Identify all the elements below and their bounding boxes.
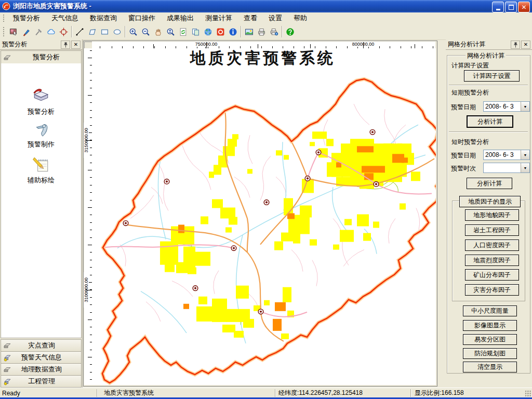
bar-geo-data-query[interactable]: 地理数据查询	[1, 363, 82, 376]
map-basemap-layer	[117, 104, 425, 343]
status-coordinates: 经纬度:114.226457,28.125418	[278, 389, 363, 397]
paint-icon[interactable]	[20, 25, 32, 38]
short-term-date-label: 预警日期	[451, 103, 476, 112]
scanner-icon	[3, 53, 11, 61]
map-title: 地质灾害预警系统	[189, 49, 336, 67]
geotech-factor-button[interactable]: 岩土工程因子	[465, 224, 519, 236]
restore-button[interactable]	[505, 2, 517, 12]
clear-display-button[interactable]: 清空显示	[463, 362, 517, 373]
short-time-legend: 短时预警分析	[450, 138, 490, 147]
restore-icon	[509, 5, 514, 10]
cloud-icon[interactable]	[45, 25, 57, 38]
short-time-times-combo[interactable]: ▼	[483, 163, 530, 173]
zoom-out-icon[interactable]	[139, 25, 152, 38]
bar-project-management[interactable]: 工程管理	[1, 375, 82, 388]
calc-factor-settings-button[interactable]: 计算因子设置	[464, 70, 520, 82]
map-ruler-horizontal: 750000.00 800000.00	[92, 42, 435, 49]
rectangle-icon[interactable]	[98, 25, 111, 38]
hammer-icon[interactable]	[32, 25, 45, 38]
bar-disaster-point-query[interactable]: 灾点查询	[1, 339, 82, 352]
line-icon[interactable]	[73, 25, 86, 38]
rainfall-button[interactable]: 中小尺度雨量	[463, 305, 517, 316]
bar-label: 灾点查询	[11, 341, 72, 350]
short-term-date-combo[interactable]: 2008- 6- 3 ▼	[483, 101, 530, 112]
map-document: 750000.00 800000.00 3150000.00 3100000.0…	[83, 41, 437, 387]
polygon-icon[interactable]	[86, 25, 98, 38]
prevention-plan-button[interactable]: 防治规划图	[463, 348, 517, 359]
list-item-warning-analysis[interactable]: 预警分析	[1, 87, 81, 116]
resize-grip[interactable]	[525, 390, 531, 397]
short-time-analyze-button[interactable]: 分析计算	[467, 178, 512, 189]
menu-weather-info[interactable]: 天气信息	[46, 12, 84, 24]
menu-result-output[interactable]: 成果输出	[161, 12, 200, 24]
left-panel-header-label: 预警分析	[11, 52, 81, 62]
chevron-down-icon[interactable]: ▼	[521, 102, 529, 111]
chevron-down-icon[interactable]: ▼	[521, 150, 529, 159]
list-item-aux-plotting[interactable]: 辅助标绘	[1, 156, 81, 185]
warning-analysis-panel: 预警分析 ✕ 预警分析 预警分析 预警制作	[0, 39, 83, 388]
menu-warning-analysis[interactable]: 预警分析	[7, 12, 46, 24]
print-icon[interactable]	[255, 25, 268, 38]
population-factor-button[interactable]: 人口密度因子	[465, 240, 519, 251]
menu-window-ops[interactable]: 窗口操作	[123, 12, 161, 24]
warning-cells-yellow	[160, 131, 420, 339]
info-icon[interactable]	[227, 25, 239, 38]
stop-icon[interactable]	[214, 25, 227, 38]
toolbar-separator	[282, 26, 282, 37]
menu-view[interactable]: 查看	[238, 12, 263, 24]
terrain-factor-button[interactable]: 地形地貌因子	[465, 209, 519, 221]
menu-grip[interactable]	[3, 14, 5, 22]
chevron-down-icon[interactable]: ▼	[521, 163, 529, 172]
print-setup-icon[interactable]	[268, 25, 280, 38]
susceptibility-map-button[interactable]: 易发分区图	[463, 334, 517, 345]
list-item-label: 辅助标绘	[1, 176, 81, 185]
menu-help[interactable]: 帮助	[288, 12, 313, 24]
map-select-icon[interactable]	[7, 25, 20, 38]
center-icon[interactable]	[57, 25, 70, 38]
menu-measure-calc[interactable]: 测量计算	[200, 12, 238, 24]
list-item-warning-production[interactable]: 预警制作	[1, 120, 81, 149]
short-time-date-combo[interactable]: 2008- 6- 3 ▼	[483, 150, 530, 160]
refresh-icon[interactable]	[177, 25, 189, 38]
list-item-label: 预警制作	[1, 140, 81, 149]
toolbar-separator	[241, 26, 241, 37]
map-preview-icon[interactable]	[243, 25, 255, 38]
geo-factor-display-button[interactable]: 地质因子的显示	[459, 196, 521, 207]
map-canvas[interactable]: 地质灾害预警系统	[92, 48, 436, 385]
zoom-in-icon[interactable]	[127, 25, 139, 38]
mine-factor-button[interactable]: 矿山分布因子	[465, 269, 519, 281]
short-term-legend: 短期预警分析	[450, 88, 490, 97]
left-panel-pin-button[interactable]	[61, 41, 70, 49]
combo-value: 2008- 6- 3	[485, 151, 514, 158]
close-icon: ✕	[524, 42, 528, 47]
disaster-factor-button[interactable]: 灾害分布因子	[465, 284, 519, 296]
right-panel-pin-button[interactable]	[511, 41, 520, 49]
toolbar-grip[interactable]	[3, 26, 5, 37]
bar-warning-weather-info[interactable]: 预警天气信息	[1, 351, 82, 364]
help-icon[interactable]	[284, 25, 296, 38]
zoom-extent-icon[interactable]	[164, 25, 177, 38]
window-title: 浏阳市地质灾害预警系统 -	[13, 2, 91, 11]
left-panel-header[interactable]: 预警分析	[1, 50, 82, 64]
seismic-factor-button[interactable]: 地震烈度因子	[465, 255, 519, 266]
imagery-button[interactable]: 影像图显示	[463, 320, 517, 331]
device-color-icon	[3, 377, 11, 385]
ellipse-icon[interactable]	[111, 25, 123, 38]
menu-settings[interactable]: 设置	[263, 12, 288, 24]
right-panel-title: 网格分析计算	[448, 40, 485, 49]
toolbar-separator	[125, 26, 125, 37]
close-button[interactable]: ✕	[518, 2, 530, 12]
map-ruler-vertical: 3150000.00 3100000.00	[84, 48, 92, 385]
minimize-button[interactable]	[492, 2, 504, 12]
status-system-name: 地质灾害预警系统	[104, 389, 154, 397]
left-panel-title: 预警分析	[2, 40, 27, 49]
copy-layers-icon[interactable]	[189, 25, 202, 38]
short-time-date-label: 预警日期	[451, 151, 476, 160]
right-panel-close-button[interactable]: ✕	[521, 41, 530, 49]
menu-data-query[interactable]: 数据查询	[84, 12, 123, 24]
left-panel-close-button[interactable]: ✕	[71, 41, 81, 49]
short-term-analyze-button[interactable]: 分析计算	[467, 115, 513, 128]
globe-icon[interactable]	[202, 25, 214, 38]
list-item-label: 预警分析	[1, 107, 81, 116]
pan-icon[interactable]	[152, 25, 164, 38]
